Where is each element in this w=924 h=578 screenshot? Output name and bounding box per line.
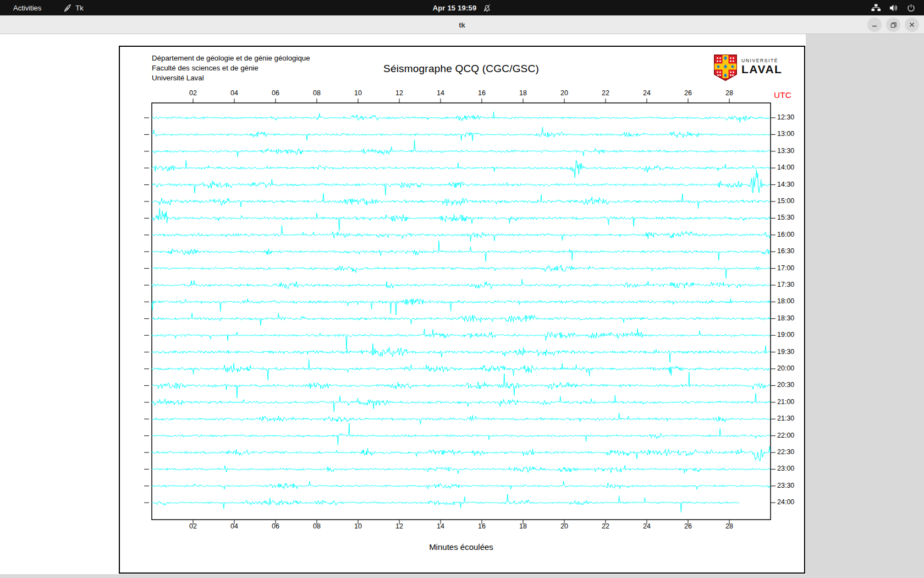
x-tick-label: 24 (638, 522, 656, 530)
x-tick-label: 22 (597, 522, 614, 530)
utc-time-label: 21:00 (777, 398, 794, 406)
bell-slash-icon (483, 4, 491, 12)
maximize-button[interactable] (886, 18, 900, 32)
utc-time-label: 16:30 (777, 247, 794, 255)
x-tick-label: 24 (638, 89, 656, 97)
x-tick-label: 10 (349, 522, 367, 530)
figure-title: Séismographe QCQ (CGC/GSC) (152, 63, 771, 75)
app-indicator-label: Tk (75, 4, 83, 12)
activities-button[interactable]: Activities (10, 3, 45, 13)
x-tick-label: 14 (432, 522, 449, 530)
universite-laval-logo: UNIVERSITÉ LAVAL (713, 54, 782, 81)
utc-time-label: 17:00 (777, 264, 794, 272)
utc-time-label: 17:30 (777, 281, 794, 288)
x-tick-label: 08 (308, 89, 326, 97)
x-tick-label: 18 (514, 522, 532, 530)
utc-time-label: 15:00 (777, 197, 794, 205)
x-tick-label: 26 (679, 89, 697, 97)
x-tick-label: 04 (226, 89, 243, 97)
utc-time-label: 15:30 (777, 214, 794, 221)
institution-line: Université Laval (152, 73, 310, 83)
x-tick-label: 20 (556, 522, 573, 530)
x-axis-title: Minutes écoulées (152, 542, 771, 552)
x-tick-label: 12 (391, 522, 408, 530)
restore-icon (890, 21, 897, 29)
utc-time-label: 14:00 (777, 163, 794, 171)
close-button[interactable] (905, 18, 919, 32)
x-tick-label: 12 (391, 89, 408, 97)
utc-time-label: 18:00 (777, 297, 794, 305)
tk-window-content: Département de géologie et de génie géol… (0, 34, 924, 578)
network-icon (871, 4, 881, 12)
utc-time-label: 13:00 (777, 130, 794, 138)
seismograph-figure: Département de géologie et de génie géol… (119, 46, 805, 574)
x-tick-label: 22 (597, 89, 614, 97)
utc-time-label: 14:30 (777, 181, 794, 188)
minimize-icon (871, 21, 878, 28)
volume-icon (889, 4, 898, 12)
x-tick-label: 28 (721, 89, 738, 97)
x-tick-label: 16 (473, 522, 491, 530)
x-tick-label: 26 (679, 522, 697, 530)
close-icon (909, 21, 915, 28)
x-tick-label: 18 (514, 89, 532, 97)
x-tick-label: 06 (267, 522, 284, 530)
x-tick-label: 10 (349, 89, 367, 97)
utc-time-label: 12:30 (777, 113, 794, 121)
utc-time-label: 21:30 (777, 415, 794, 422)
utc-time-label: 23:00 (777, 465, 794, 472)
utc-time-label: 22:30 (777, 448, 794, 456)
window-titlebar[interactable]: tk (0, 15, 924, 34)
helicorder-plot (120, 47, 804, 572)
tk-feather-icon (63, 4, 72, 12)
x-tick-label: 16 (473, 89, 491, 97)
x-tick-label: 28 (721, 522, 738, 530)
system-status-menu[interactable] (871, 4, 924, 12)
gnome-top-bar: Activities Tk Apr 15 19:59 (0, 0, 924, 15)
minimize-button[interactable] (867, 18, 882, 32)
utc-time-label: 19:00 (777, 331, 794, 339)
utc-label: UTC (774, 90, 791, 100)
x-tick-label: 04 (226, 522, 243, 530)
utc-time-label: 23:30 (777, 482, 794, 489)
utc-time-label: 22:00 (777, 432, 794, 439)
x-tick-label: 06 (267, 89, 284, 97)
x-tick-label: 02 (184, 522, 202, 530)
x-tick-label: 20 (556, 89, 573, 97)
x-tick-label: 02 (184, 89, 202, 97)
utc-time-label: 16:00 (777, 231, 794, 238)
utc-time-label: 24:00 (777, 498, 794, 506)
utc-time-label: 20:30 (777, 381, 794, 389)
laval-shield-icon (713, 54, 738, 81)
x-tick-label: 14 (432, 89, 449, 97)
institution-line: Département de géologie et de génie géol… (152, 53, 310, 63)
power-icon (907, 4, 915, 12)
utc-time-label: 20:00 (777, 364, 794, 372)
utc-time-label: 18:30 (777, 314, 794, 322)
x-tick-label: 08 (308, 522, 326, 530)
clock-button[interactable]: Apr 15 19:59 (433, 4, 477, 12)
utc-time-label: 19:30 (777, 348, 794, 356)
window-title: tk (0, 15, 924, 34)
utc-time-label: 13:30 (777, 147, 794, 155)
app-indicator-tk[interactable]: Tk (63, 4, 83, 12)
logo-laval-text: LAVAL (741, 63, 782, 75)
